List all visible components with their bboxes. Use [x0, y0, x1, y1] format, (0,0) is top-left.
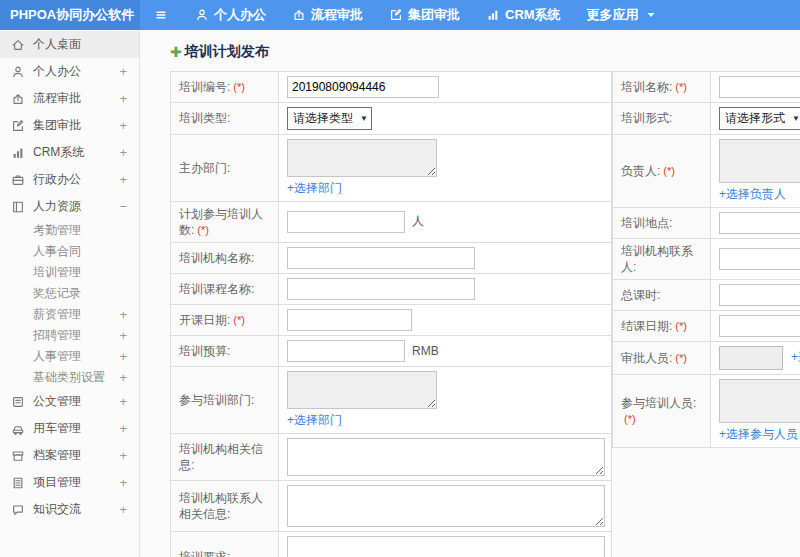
approvers-picker-box[interactable] [719, 346, 783, 370]
sidebar-item-project-mgmt[interactable]: 项目管理+ [0, 469, 139, 496]
nav-item-group-approval[interactable]: 集团审批 [376, 0, 473, 30]
select-value: 请选择类型 [293, 110, 353, 127]
org-name-input[interactable] [287, 247, 475, 269]
expand-toggle[interactable]: + [119, 307, 127, 322]
sidebar-item-group-approval[interactable]: 集团审批+ [0, 112, 139, 139]
expand-toggle[interactable]: + [119, 475, 127, 490]
host-dept-picker-box[interactable] [287, 139, 437, 177]
field-value-start-date [279, 305, 612, 336]
training-no-input[interactable] [287, 76, 439, 98]
participating-depts-select-link[interactable]: +选择部门 [287, 413, 342, 427]
sidebar: 个人桌面个人办公+流程审批+集团审批+CRM系统+行政办公+人力资源−考勤管理人… [0, 30, 140, 557]
top-header: PHPOA协同办公软件 个人办公流程审批集团审批CRM系统更多应用 [0, 0, 800, 30]
sidebar-item-personal-office[interactable]: 个人办公+ [0, 58, 139, 85]
course-name-input[interactable] [287, 278, 475, 300]
user-icon [195, 8, 209, 22]
field-label-text: 培训机构名称: [179, 251, 254, 265]
field-value-org-info [279, 434, 612, 481]
nav-item-label: 集团审批 [408, 6, 460, 24]
sidebar-item-training-mgmt[interactable]: 培训管理 [0, 262, 139, 283]
field-value-budget: RMB [279, 336, 612, 367]
field-label-course-name: 培训课程名称: [171, 274, 279, 305]
location-input[interactable] [719, 212, 800, 234]
expand-toggle[interactable]: + [119, 370, 127, 385]
expand-toggle[interactable]: + [119, 349, 127, 364]
form-table-right: 培训名称:(*)培训形式:请选择形式▼负责人:(*)+选择负责人培训地点:培训机… [612, 71, 800, 448]
expand-toggle[interactable]: − [119, 199, 127, 214]
training-requirements-textarea[interactable] [287, 536, 605, 557]
expand-toggle[interactable]: + [119, 118, 127, 133]
required-marker: (*) [197, 224, 209, 236]
start-date-input[interactable] [287, 309, 412, 331]
sidebar-item-label: 个人桌面 [33, 36, 127, 53]
form-table-left: 培训编号:(*)培训类型:请选择类型▼主办部门:+选择部门计划参与培训人数:(*… [170, 71, 612, 557]
field-label-planned-participants: 计划参与培训人数:(*) [171, 202, 279, 243]
org-contact-input[interactable] [719, 248, 800, 270]
edit-icon [389, 8, 403, 22]
participating-depts-picker-box[interactable] [287, 371, 437, 409]
leader-select-link[interactable]: +选择负责人 [719, 187, 786, 201]
sidebar-item-recruitment-mgmt[interactable]: 招聘管理+ [0, 325, 139, 346]
participants-picker-box[interactable] [719, 379, 800, 423]
sidebar-item-admin-office[interactable]: 行政办公+ [0, 166, 139, 193]
form-row-host-dept: 主办部门:+选择部门 [171, 135, 612, 202]
expand-toggle[interactable]: + [119, 172, 127, 187]
field-label-text: 培训名称: [621, 80, 672, 94]
approvers-select-link[interactable]: +选择审批人员 [791, 351, 800, 365]
planned-participants-input[interactable] [287, 211, 405, 233]
field-label-approvers: 审批人员:(*) [613, 342, 711, 375]
expand-toggle[interactable]: + [119, 91, 127, 106]
page-title-text: 培训计划发布 [185, 43, 269, 61]
expand-toggle[interactable]: + [119, 421, 127, 436]
sidebar-item-human-resources[interactable]: 人力资源− [0, 193, 139, 220]
menu-toggle-button[interactable] [140, 0, 182, 30]
sidebar-item-document-mgmt[interactable]: 公文管理+ [0, 388, 139, 415]
expand-toggle[interactable]: + [119, 64, 127, 79]
edit-icon [11, 119, 25, 133]
expand-toggle[interactable]: + [119, 394, 127, 409]
org-info-textarea[interactable] [287, 438, 605, 476]
field-label-text: 培训编号: [179, 80, 230, 94]
nav-item-personal-office[interactable]: 个人办公 [182, 0, 279, 30]
leader-picker-box[interactable] [719, 139, 800, 183]
training-name-input[interactable] [719, 76, 800, 98]
form-row-training-form: 培训形式:请选择形式▼ [613, 103, 800, 135]
total-hours-input[interactable] [719, 284, 800, 306]
sidebar-item-base-category-settings[interactable]: 基础类别设置+ [0, 367, 139, 388]
field-label-org-contact: 培训机构联系人: [613, 239, 711, 280]
sidebar-item-workflow-approval[interactable]: 流程审批+ [0, 85, 139, 112]
expand-toggle[interactable]: + [119, 145, 127, 160]
nav-item-label: 流程审批 [311, 6, 363, 24]
budget-input[interactable] [287, 340, 405, 362]
expand-toggle[interactable]: + [119, 502, 127, 517]
sidebar-item-reward-records[interactable]: 奖惩记录 [0, 283, 139, 304]
nav-item-crm-system[interactable]: CRM系统 [473, 0, 574, 30]
training-form-select[interactable]: 请选择形式▼ [719, 107, 800, 130]
expand-toggle[interactable]: + [119, 328, 127, 343]
sidebar-item-knowledge-exchange[interactable]: 知识交流+ [0, 496, 139, 523]
sidebar-item-personal-desktop[interactable]: 个人桌面 [0, 31, 139, 58]
nav-item-more-apps[interactable]: 更多应用 [574, 0, 671, 30]
host-dept-select-link[interactable]: +选择部门 [287, 181, 342, 195]
sidebar-item-attendance-mgmt[interactable]: 考勤管理 [0, 220, 139, 241]
field-label-location: 培训地点: [613, 208, 711, 239]
nav-item-label: 更多应用 [587, 6, 639, 24]
sidebar-item-salary-mgmt[interactable]: 薪资管理+ [0, 304, 139, 325]
sidebar-item-archive-mgmt[interactable]: 档案管理+ [0, 442, 139, 469]
field-label-text: 开课日期: [179, 313, 230, 327]
expand-toggle[interactable]: + [119, 448, 127, 463]
sidebar-item-label: 人事合同 [33, 243, 127, 260]
sidebar-item-hr-contract[interactable]: 人事合同 [0, 241, 139, 262]
sidebar-item-personnel-mgmt[interactable]: 人事管理+ [0, 346, 139, 367]
end-date-input[interactable] [719, 315, 800, 337]
participants-select-link[interactable]: +选择参与人员 [719, 427, 798, 441]
field-label-org-contact-info: 培训机构联系人相关信息: [171, 481, 279, 532]
picker-link-row: +选择部门 [287, 412, 603, 429]
nav-item-workflow-approval[interactable]: 流程审批 [279, 0, 376, 30]
field-label-text: 主办部门: [179, 161, 230, 175]
sidebar-item-crm-system[interactable]: CRM系统+ [0, 139, 139, 166]
training-type-select[interactable]: 请选择类型▼ [287, 107, 372, 130]
sidebar-item-vehicle-mgmt[interactable]: 用车管理+ [0, 415, 139, 442]
field-label-text: 审批人员: [621, 351, 672, 365]
org-contact-info-textarea[interactable] [287, 485, 605, 527]
